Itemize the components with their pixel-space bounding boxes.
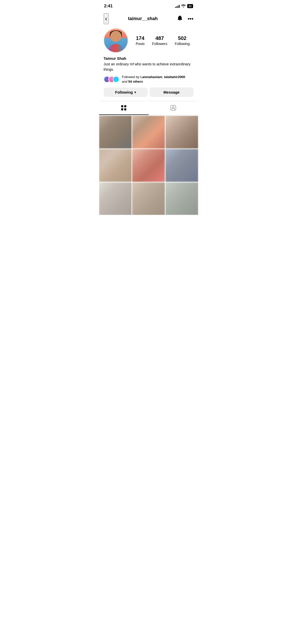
followed-by: Followed by i.amnahaslam, talaltahir2000… bbox=[104, 75, 194, 84]
stats-row: 174 Posts 487 Followers 502 Following bbox=[132, 35, 194, 46]
posts-count: 174 bbox=[136, 35, 144, 41]
followers-label: Followers bbox=[152, 42, 167, 46]
chevron-down-icon: ▾ bbox=[134, 91, 136, 94]
bio-section: Taimur Shah Just an ordinary mf who want… bbox=[104, 56, 194, 72]
follower-user2[interactable]: talaltahir2000 bbox=[164, 75, 185, 79]
grid-cell-7[interactable] bbox=[99, 182, 132, 215]
grid-cell-2[interactable] bbox=[132, 116, 165, 149]
svg-point-5 bbox=[173, 107, 174, 108]
wifi-icon bbox=[181, 4, 186, 8]
back-button[interactable]: ‹ bbox=[104, 13, 109, 24]
following-label: Following bbox=[175, 42, 190, 46]
tab-bar bbox=[99, 101, 198, 115]
bio-text: Just an ordinary mf who wants to achieve… bbox=[104, 62, 194, 72]
status-icons: 21 bbox=[175, 4, 193, 8]
grid-cell-6[interactable] bbox=[165, 149, 198, 182]
grid-cell-8[interactable] bbox=[132, 182, 165, 215]
svg-rect-0 bbox=[121, 105, 123, 107]
following-button[interactable]: Following ▾ bbox=[104, 87, 148, 97]
notification-icon[interactable] bbox=[177, 15, 183, 23]
profile-top-row: 174 Posts 487 Followers 502 Following bbox=[104, 28, 194, 53]
tab-tagged[interactable] bbox=[149, 101, 198, 115]
follower-user1[interactable]: i.amnahaslam bbox=[140, 75, 162, 79]
photo-grid bbox=[99, 116, 198, 215]
avatar bbox=[104, 28, 128, 53]
grid-cell-3[interactable] bbox=[165, 116, 198, 149]
header-nav: ‹ taimur__shah ••• bbox=[99, 11, 198, 27]
header-actions: ••• bbox=[177, 15, 193, 23]
action-buttons: Following ▾ Message bbox=[104, 87, 194, 97]
followed-by-text: Followed by i.amnahaslam, talaltahir2000… bbox=[122, 75, 185, 84]
svg-rect-3 bbox=[124, 108, 126, 110]
profile-section: 174 Posts 487 Followers 502 Following Ta… bbox=[99, 27, 198, 97]
followers-count: 487 bbox=[155, 35, 164, 41]
tab-grid[interactable] bbox=[99, 101, 149, 115]
grid-icon bbox=[121, 105, 127, 111]
grid-cell-4[interactable] bbox=[99, 149, 132, 182]
svg-rect-1 bbox=[124, 105, 126, 107]
status-bar: 2:41 21 bbox=[99, 0, 198, 11]
battery-icon: 21 bbox=[187, 4, 193, 8]
status-time: 2:41 bbox=[104, 4, 113, 9]
grid-cell-1[interactable] bbox=[99, 116, 132, 149]
signal-icon bbox=[175, 4, 180, 8]
follower-avatars bbox=[104, 76, 119, 83]
following-stat[interactable]: 502 Following bbox=[175, 35, 190, 46]
grid-cell-5[interactable] bbox=[132, 149, 165, 182]
display-name: Taimur Shah bbox=[104, 56, 194, 61]
profile-username: taimur__shah bbox=[128, 16, 158, 21]
followers-stat[interactable]: 487 Followers bbox=[152, 35, 167, 46]
svg-rect-2 bbox=[121, 108, 123, 110]
message-button[interactable]: Message bbox=[150, 87, 194, 97]
more-options-icon[interactable]: ••• bbox=[187, 16, 193, 22]
following-label: Following bbox=[115, 90, 133, 94]
grid-cell-9[interactable] bbox=[165, 182, 198, 215]
tagged-icon bbox=[170, 105, 176, 111]
follower-avatar-3 bbox=[113, 76, 119, 83]
posts-label: Posts bbox=[136, 42, 145, 46]
follower-others[interactable]: 54 others bbox=[128, 80, 143, 83]
following-count: 502 bbox=[178, 35, 186, 41]
posts-stat[interactable]: 174 Posts bbox=[136, 35, 145, 46]
